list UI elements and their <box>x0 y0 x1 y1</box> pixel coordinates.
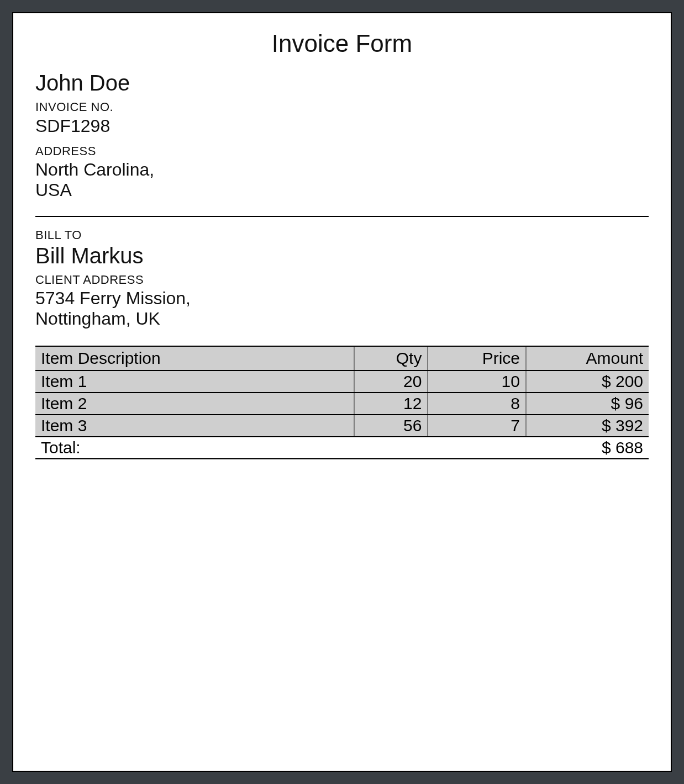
cell-qty: 20 <box>354 370 428 393</box>
total-empty <box>428 437 526 459</box>
sender-name: John Doe <box>35 71 649 96</box>
invoice-page: Invoice Form John Doe INVOICE NO. SDF129… <box>12 12 672 772</box>
client-address-line1: 5734 Ferry Mission, <box>35 288 649 309</box>
invoice-no-value: SDF1298 <box>35 115 649 136</box>
cell-amount: $ 200 <box>526 370 649 393</box>
page-title: Invoice Form <box>35 30 649 57</box>
bill-to-name: Bill Markus <box>35 243 649 268</box>
header-amount: Amount <box>526 346 649 370</box>
items-table: Item Description Qty Price Amount Item 1… <box>35 346 649 459</box>
sender-address-label: ADDRESS <box>35 144 649 158</box>
total-label: Total: <box>35 437 354 459</box>
cell-qty: 56 <box>354 415 428 437</box>
sender-address-line1: North Carolina, <box>35 160 649 180</box>
cell-description: Item 1 <box>35 370 354 393</box>
section-divider <box>35 216 649 217</box>
client-address-line2: Nottingham, UK <box>35 309 649 329</box>
table-row: Item 1 20 10 $ 200 <box>35 370 649 393</box>
sender-address-line2: USA <box>35 180 649 200</box>
bill-to-label: BILL TO <box>35 228 649 242</box>
header-price: Price <box>428 346 526 370</box>
cell-amount: $ 96 <box>526 393 649 415</box>
cell-price: 8 <box>428 393 526 415</box>
invoice-no-label: INVOICE NO. <box>35 100 649 114</box>
bill-to-block: BILL TO Bill Markus CLIENT ADDRESS 5734 … <box>35 228 649 329</box>
table-row: Item 3 56 7 $ 392 <box>35 415 649 437</box>
total-empty <box>354 437 428 459</box>
sender-block: John Doe INVOICE NO. SDF1298 ADDRESS Nor… <box>35 71 649 200</box>
table-header-row: Item Description Qty Price Amount <box>35 346 649 370</box>
cell-price: 7 <box>428 415 526 437</box>
cell-qty: 12 <box>354 393 428 415</box>
cell-description: Item 2 <box>35 393 354 415</box>
cell-price: 10 <box>428 370 526 393</box>
client-address-label: CLIENT ADDRESS <box>35 273 649 287</box>
cell-description: Item 3 <box>35 415 354 437</box>
table-row: Item 2 12 8 $ 96 <box>35 393 649 415</box>
header-qty: Qty <box>354 346 428 370</box>
header-description: Item Description <box>35 346 354 370</box>
total-amount: $ 688 <box>526 437 649 459</box>
table-total-row: Total: $ 688 <box>35 437 649 459</box>
cell-amount: $ 392 <box>526 415 649 437</box>
